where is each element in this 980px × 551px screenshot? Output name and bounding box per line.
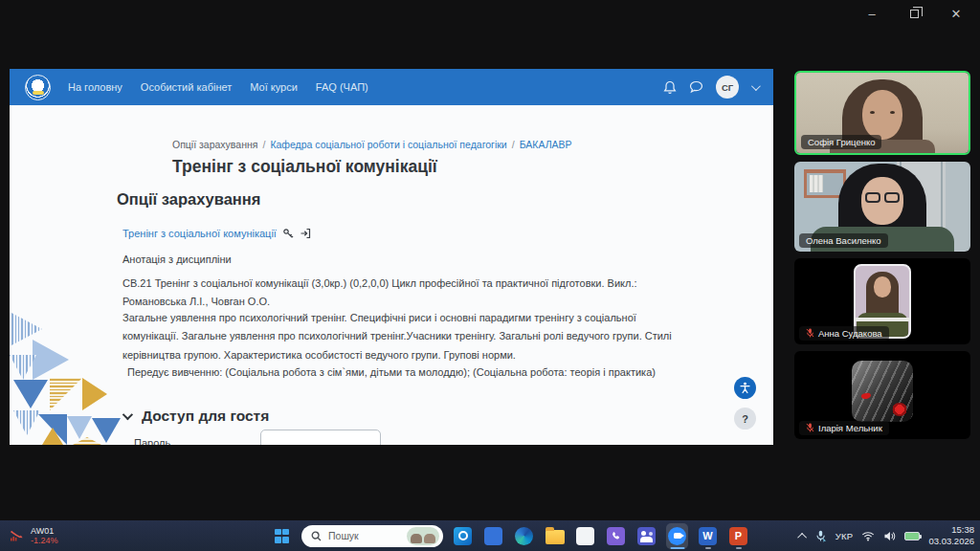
close-button[interactable]: ✕	[947, 5, 965, 22]
taskbar-app-powerpoint[interactable]: P	[727, 521, 749, 550]
zoom-icon	[668, 527, 686, 545]
taskbar-app-calculator[interactable]	[482, 521, 504, 550]
nav-item-faq[interactable]: FAQ (ЧАП)	[316, 81, 368, 93]
participants-panel: Софія Гриценко Олена Василенко Анна Суда…	[794, 71, 970, 446]
guest-access-section[interactable]: Доступ для гостя	[122, 408, 269, 425]
windows-logo-icon	[275, 529, 289, 543]
user-avatar[interactable]: СГ	[716, 76, 739, 99]
taskbar-app-outlook[interactable]	[452, 521, 474, 550]
participant-tile[interactable]: Іларія Мельник	[794, 351, 970, 439]
tray-clock[interactable]: 15:38 03.03.2026	[928, 524, 974, 547]
muted-mic-icon	[806, 423, 814, 432]
participant-name: Іларія Мельник	[818, 423, 882, 433]
restore-icon	[910, 10, 919, 18]
course-link[interactable]: Тренінг з соціальної комунікації	[122, 228, 277, 239]
guest-access-heading: Доступ для гостя	[142, 408, 269, 425]
participant-tile-active-speaker[interactable]: Софія Гриценко	[794, 71, 970, 155]
participant-tile[interactable]: Олена Василенко	[794, 162, 970, 252]
active-app-indicator	[670, 547, 684, 550]
enter-icon	[300, 228, 311, 239]
taskbar-stock-widget[interactable]: AW01 -1.24%	[9, 520, 58, 551]
accessibility-button[interactable]	[734, 377, 756, 399]
taskbar-app-store[interactable]	[574, 521, 596, 550]
participant-name: Софія Гриценко	[808, 137, 875, 147]
course-description-1: СВ.21 Тренінг з соціальної комунікації (…	[122, 275, 697, 312]
collapse-chevron-icon	[122, 409, 133, 420]
store-icon	[576, 527, 594, 545]
participant-name: Олена Василенко	[806, 235, 881, 246]
search-icon	[311, 531, 322, 541]
taskbar-app-word[interactable]: W	[697, 521, 719, 550]
word-icon: W	[699, 527, 717, 545]
teams-icon	[637, 527, 656, 545]
folder-icon	[546, 530, 565, 544]
powerpoint-icon: P	[729, 527, 747, 545]
edge-icon	[515, 527, 533, 545]
course-description-3: Передує вивченню: (Соціальна робота з сі…	[127, 364, 702, 382]
running-app-indicator	[736, 547, 742, 550]
password-input[interactable]	[260, 430, 381, 445]
participant-avatar-photo	[852, 361, 913, 422]
outlook-icon	[454, 527, 472, 545]
key-icon	[282, 228, 294, 239]
stock-ticker: AW01	[31, 526, 58, 536]
language-indicator[interactable]: УКР	[835, 531, 854, 541]
tray-mic-icon[interactable]	[815, 530, 827, 542]
window-controls: – ✕	[863, 5, 965, 22]
participant-name-tag: Іларія Мельник	[799, 421, 889, 436]
help-button[interactable]: ?	[734, 408, 756, 430]
taskbar-app-explorer[interactable]	[544, 521, 566, 550]
tray-date: 03.03.2026	[928, 536, 974, 547]
calculator-icon	[484, 527, 502, 545]
participant-name-tag: Анна Судакова	[799, 326, 889, 342]
breadcrumb-current: Опції зарахування	[172, 139, 257, 150]
participant-name: Анна Судакова	[818, 328, 882, 339]
nav-menu: На головну Особистий кабінет Мої курси F…	[68, 81, 368, 93]
accessibility-icon	[739, 382, 751, 394]
participant-tile[interactable]: Анна Судакова	[794, 258, 970, 344]
breadcrumb-link-department[interactable]: Кафедра соціальної роботи і соціальної п…	[270, 139, 506, 150]
breadcrumb-link-bachelor[interactable]: БАКАЛАВР	[520, 139, 572, 150]
screen-share-viewport: На головну Особистий кабінет Мої курси F…	[10, 69, 773, 445]
windows-taskbar: AW01 -1.24% Пошук W	[0, 520, 980, 551]
search-placeholder: Пошук	[328, 530, 400, 541]
breadcrumb: Опції зарахування/Кафедра соціальної роб…	[172, 139, 572, 150]
chat-icon[interactable]	[689, 80, 703, 94]
nav-item-my-courses[interactable]: Мої курси	[250, 81, 298, 93]
tray-time: 15:38	[951, 524, 974, 536]
taskbar-app-viber[interactable]	[605, 521, 627, 550]
volume-icon[interactable]	[883, 531, 896, 541]
moodle-navbar: На головну Особистий кабінет Мої курси F…	[10, 69, 773, 105]
taskbar-search[interactable]: Пошук	[301, 525, 443, 547]
participant-name-tag: Олена Василенко	[799, 233, 888, 249]
minimize-button[interactable]: –	[863, 5, 880, 22]
taskbar-app-edge[interactable]	[513, 521, 535, 550]
search-daily-image[interactable]	[407, 527, 439, 545]
decorative-triangles	[10, 311, 124, 445]
university-logo	[25, 75, 51, 100]
chevron-down-icon[interactable]	[751, 81, 761, 91]
taskbar-app-teams[interactable]	[635, 521, 657, 550]
breadcrumb-separator: /	[262, 139, 265, 150]
page-heading: Опції зарахування	[117, 190, 260, 209]
stock-change: -1.24%	[31, 536, 58, 545]
running-app-indicator	[705, 547, 711, 550]
nav-item-home[interactable]: На головну	[68, 81, 122, 93]
course-title: Тренінг з соціальної комунікації	[172, 157, 437, 177]
restore-button[interactable]	[905, 5, 923, 22]
battery-icon[interactable]	[904, 532, 920, 540]
breadcrumb-separator: /	[512, 139, 515, 150]
password-label: Пароль	[134, 437, 170, 445]
nav-item-dashboard[interactable]: Особистий кабінет	[141, 81, 232, 93]
bell-icon[interactable]	[663, 80, 677, 95]
course-description-2: Загальне уявлення про психологічний трен…	[122, 309, 673, 364]
taskbar-app-zoom[interactable]	[666, 521, 688, 550]
tray-chevron-icon[interactable]	[797, 532, 807, 541]
start-button[interactable]	[271, 521, 293, 550]
stock-chart-icon	[9, 528, 25, 543]
viber-icon	[607, 527, 625, 545]
wifi-icon[interactable]	[861, 531, 875, 541]
annotation-title: Анотація з дисципліни	[122, 253, 232, 265]
muted-mic-icon	[806, 328, 814, 338]
participant-name-tag: Софія Гриценко	[801, 135, 881, 150]
